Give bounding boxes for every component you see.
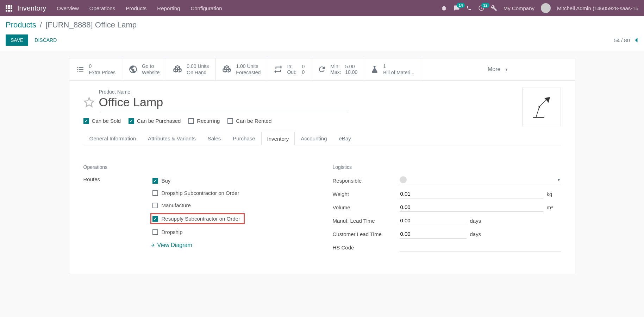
product-name-input[interactable] (99, 95, 349, 110)
flask-icon (370, 65, 379, 74)
tab-attributes-variants[interactable]: Attributes & Variants (142, 132, 202, 145)
tab-purchase[interactable]: Purchase (227, 132, 261, 145)
transfer-icon (274, 65, 283, 74)
stat-on-hand[interactable]: 0.00 UnitsOn Hand (166, 58, 215, 80)
stat-min-max[interactable]: Min:5.00 Max:10.00 (311, 58, 364, 80)
refresh-icon (318, 65, 326, 74)
product-name-label: Product Name (99, 89, 349, 95)
check-can-be-purchased[interactable]: Can be Purchased (129, 118, 181, 124)
check-recurring[interactable]: Recurring (188, 118, 220, 124)
stat-extra-prices[interactable]: 0Extra Prices (69, 58, 122, 80)
volume-unit: m³ (547, 204, 561, 210)
activities-badge: 32 (481, 3, 489, 8)
weight-unit: kg (547, 191, 561, 197)
manuf-unit: days (470, 218, 484, 224)
form-tabs: General Information Attributes & Variant… (83, 132, 561, 145)
hs-code-label: HS Code (333, 245, 400, 251)
menu-operations[interactable]: Operations (89, 5, 115, 11)
cubes-icon (173, 64, 182, 74)
messages-icon[interactable]: 14 (454, 5, 460, 11)
svg-line-2 (539, 100, 545, 107)
svg-point-3 (538, 106, 540, 108)
menu-overview[interactable]: Overview (57, 5, 79, 11)
breadcrumb-current: [FURN_8888] Office Lamp (45, 20, 137, 29)
weight-label: Weight (333, 191, 400, 197)
manuf-lead-time-label: Manuf. Lead Time (333, 218, 400, 224)
menu-configuration[interactable]: Configuration (190, 5, 222, 11)
customer-lead-time-label: Customer Lead Time (333, 231, 400, 237)
control-panel: Products / [FURN_8888] Office Lamp SAVE … (0, 16, 644, 51)
customer-lead-time-input[interactable] (400, 229, 467, 239)
check-can-be-sold[interactable]: Can be Sold (83, 118, 121, 124)
caret-down-icon: ▼ (557, 178, 561, 182)
check-can-be-rented[interactable]: Can be Rented (227, 118, 271, 124)
stat-website[interactable]: Go toWebsite (122, 58, 166, 80)
favorite-star-icon[interactable] (83, 97, 95, 108)
route-manufacture[interactable]: Manufacture (150, 201, 245, 210)
list-icon (76, 65, 85, 74)
discard-button[interactable]: DISCARD (35, 34, 57, 46)
tab-general-information[interactable]: General Information (83, 132, 142, 145)
save-button[interactable]: SAVE (6, 34, 28, 46)
routes-label: Routes (83, 176, 150, 182)
breadcrumb-parent[interactable]: Products (6, 20, 36, 29)
pager-prev-icon[interactable] (634, 37, 638, 43)
user-avatar[interactable] (541, 3, 551, 13)
inventory-tab-content: Operations Routes Buy Dropship Subcontra… (69, 154, 575, 274)
main-menu: Overview Operations Products Reporting C… (57, 5, 222, 11)
stat-in-out[interactable]: In:0 Out:0 (267, 58, 311, 80)
volume-input[interactable] (400, 203, 543, 212)
stat-bom[interactable]: 1Bill of Materi... (364, 58, 421, 80)
bug-icon[interactable] (441, 5, 447, 11)
messages-badge: 14 (457, 3, 464, 8)
tab-inventory[interactable]: Inventory (261, 132, 295, 145)
apps-icon[interactable] (6, 5, 12, 12)
tab-ebay[interactable]: eBay (333, 132, 357, 145)
operations-section-title: Operations (83, 164, 312, 170)
menu-products[interactable]: Products (126, 5, 146, 11)
view-diagram-link[interactable]: View Diagram (150, 242, 245, 248)
hs-code-input[interactable] (400, 243, 561, 252)
tab-accounting[interactable]: Accounting (295, 132, 333, 145)
breadcrumb: Products / [FURN_8888] Office Lamp (6, 20, 638, 30)
lamp-icon (527, 93, 556, 121)
volume-label: Volume (333, 204, 400, 210)
app-brand[interactable]: Inventory (17, 4, 46, 12)
manuf-lead-time-input[interactable] (400, 216, 467, 225)
tools-icon[interactable] (491, 5, 497, 11)
logistics-section-title: Logistics (333, 164, 561, 170)
company-selector[interactable]: My Company (504, 5, 534, 11)
responsible-label: Responsible (333, 178, 400, 184)
phone-icon[interactable] (466, 5, 472, 11)
route-dropship-subcontractor[interactable]: Dropship Subcontractor on Order (150, 189, 245, 197)
pager: 54 / 80 (614, 37, 638, 43)
tab-sales[interactable]: Sales (202, 132, 227, 145)
cubes-icon (222, 64, 232, 74)
route-buy[interactable]: Buy (150, 176, 245, 185)
svg-line-1 (536, 107, 539, 118)
customer-unit: days (470, 231, 484, 237)
globe-icon (129, 65, 138, 74)
top-navbar: Inventory Overview Operations Products R… (0, 0, 644, 16)
pager-position[interactable]: 54 / 80 (614, 37, 630, 43)
route-resupply-subcontractor[interactable]: Resupply Subcontractor on Order (150, 213, 245, 224)
responsible-input[interactable]: ▼ (400, 176, 561, 185)
avatar-icon (400, 176, 407, 183)
menu-reporting[interactable]: Reporting (157, 5, 180, 11)
product-image[interactable] (522, 88, 561, 126)
weight-input[interactable] (400, 189, 543, 198)
form-sheet: 0Extra Prices Go toWebsite 0.00 UnitsOn … (69, 58, 575, 274)
arrow-right-icon (150, 243, 155, 248)
activities-icon[interactable]: 32 (478, 5, 484, 11)
caret-down-icon: ▼ (505, 68, 508, 71)
stat-forecasted[interactable]: 1.00 UnitsForecasted (215, 58, 267, 80)
stat-buttons: 0Extra Prices Go toWebsite 0.00 UnitsOn … (69, 58, 575, 81)
user-menu[interactable]: Mitchell Admin (14605928-saas-15 (557, 5, 638, 11)
route-dropship[interactable]: Dropship (150, 228, 245, 236)
stat-more[interactable]: More ▼ (421, 58, 575, 80)
